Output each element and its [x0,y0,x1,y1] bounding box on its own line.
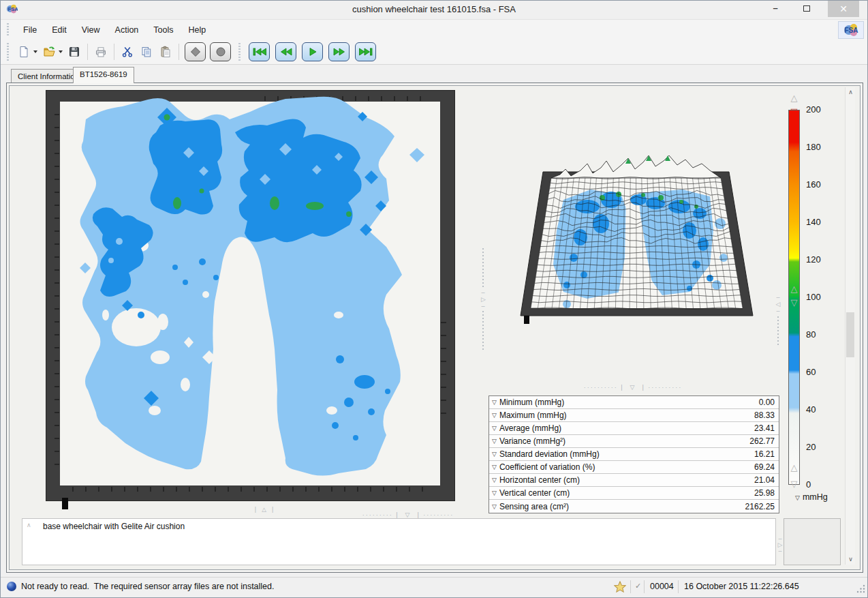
status-timestamp: 16 October 2015 11:22:26.645 [684,582,799,591]
record-button[interactable] [210,42,231,61]
last-frame-button[interactable] [355,42,376,61]
map-bottom-splitter[interactable]: | △ | [224,507,306,513]
legend-tick: 0 [806,479,836,490]
stat-value: 0.00 [759,398,775,407]
content-frame: –▷– [6,83,863,573]
stat-label: Coefficient of variation (%) [499,462,754,472]
open-dropdown-arrow-icon[interactable] [59,50,63,53]
legend-tick: 100 [806,292,836,302]
diamond-icon [190,46,201,57]
table-row[interactable]: ▽Variance (mmHg²)262.77 [489,435,779,448]
maximize-button[interactable] [796,1,817,17]
content-area: –▷– [9,85,861,570]
paste-button[interactable] [157,43,174,61]
table-row[interactable]: ▽Maximum (mmHg)88.33 [489,409,779,422]
paste-icon [159,46,172,58]
skip-to-end-icon [358,47,373,57]
table-row[interactable]: ▽Vertical center (cm)25.98 [489,487,779,500]
play-button[interactable] [302,42,323,61]
legend-tick: 140 [806,217,836,227]
table-row[interactable]: ▽Minimum (mmHg)0.00 [489,396,779,409]
open-button[interactable] [40,43,58,61]
legend-unit[interactable]: ▽mmHg [795,492,828,502]
legend-tick: 80 [806,329,836,340]
stat-value: 23.41 [754,423,775,433]
menu-bar: File Edit View Action Tools Help FSA [1,19,867,40]
legend-tick: 200 [806,104,836,115]
menu-help[interactable]: Help [181,25,214,35]
comments-box[interactable]: ∧ base wheelchair with Gelite Air cushio… [22,518,776,565]
stat-label: Variance (mmHg²) [499,436,749,446]
menu-edit[interactable]: Edit [44,25,74,35]
skip-to-start-icon [252,47,267,57]
new-dropdown-arrow-icon[interactable] [33,50,37,53]
rewind-button[interactable] [275,42,296,61]
menu-tools[interactable]: Tools [146,25,181,35]
dropdown-triangle-icon: ▽ [492,490,497,496]
pressure-map-2d[interactable] [46,90,455,511]
dropdown-triangle-icon: ▽ [492,438,497,445]
stat-label: Standard deviation (mmHg) [499,449,754,459]
check-icon[interactable]: ✓ [635,582,641,590]
toolbar-grip-2[interactable] [238,43,241,61]
comment-text[interactable]: base wheelchair with Gelite Air cushion [43,522,771,531]
scrollbar-thumb[interactable] [846,312,854,357]
scale-low-marker-up-icon[interactable]: △ [788,464,801,472]
stat-value: 2162.25 [745,502,775,511]
print-button[interactable] [92,43,110,61]
pressure-map-3d[interactable] [485,87,778,387]
table-row[interactable]: ▽Sensing area (cm²)2162.25 [489,500,779,513]
statistics-table: ▽Minimum (mmHg)0.00 ▽Maximum (mmHg)88.33… [489,395,779,513]
scroll-down-arrow-icon[interactable]: ∨ [846,554,856,565]
stat-label: Maximum (mmHg) [499,410,754,420]
stat-value: 88.33 [754,410,775,420]
scale-mid-marker-down-icon[interactable]: ▽ [788,299,801,307]
dropdown-triangle-icon: ▽ [492,477,497,483]
menu-view[interactable]: View [74,25,108,35]
table-row[interactable]: ▽Standard deviation (mmHg)16.21 [489,448,779,461]
scroll-up-arrow-icon[interactable]: ∧ [846,87,856,98]
fsa-application-window: FSA cushion wheelchair test 161015.fsa -… [0,0,868,598]
resize-grip[interactable] [856,584,865,595]
open-folder-icon [43,46,56,58]
dropdown-triangle-icon: ▽ [492,412,497,419]
menubar-grip[interactable] [7,23,9,36]
record-frame-button[interactable] [185,42,206,61]
circle-icon [215,46,226,57]
cut-icon [121,46,134,58]
window-title: cushion wheelchair test 161015.fsa - FSA [1,1,867,18]
vertical-scrollbar[interactable]: ∧ ∨ [845,87,855,565]
copy-button[interactable] [138,43,155,61]
horizontal-splitter[interactable]: ·········· | ▽ | ·········· [486,383,779,392]
toolbar [1,40,867,65]
save-button[interactable] [65,43,83,61]
dropdown-triangle-icon: ▽ [492,425,497,432]
tab-bt1526-8619[interactable]: BT1526-8619 [73,67,134,83]
minimize-button[interactable]: – [765,1,786,17]
table-row[interactable]: ▽Coefficient of variation (%)69.24 [489,461,779,474]
first-frame-button[interactable] [249,42,270,61]
menu-file[interactable]: File [16,25,44,35]
menu-action[interactable]: Action [108,25,146,35]
star-icon[interactable] [614,581,626,595]
dropdown-triangle-icon: ▽ [492,464,497,470]
table-row[interactable]: ▽Average (mmHg)23.41 [489,422,779,435]
scroll-up-hint-icon[interactable]: ∧ [27,522,31,528]
scale-mid-marker-up-icon[interactable]: △ [788,285,801,293]
fast-forward-button[interactable] [328,42,350,61]
scale-min-marker-icon[interactable]: ▽ [788,480,801,488]
close-button[interactable]: ✕ [828,1,859,17]
comments-collapse-handle[interactable]: –▷– [777,536,783,554]
scale-max-marker-icon[interactable]: △ [788,94,801,102]
stat-label: Average (mmHg) [499,423,754,433]
legend-tick: 160 [806,179,836,190]
table-row[interactable]: ▽Horizontal center (cm)21.04 [489,474,779,487]
cut-button[interactable] [119,43,136,61]
color-legend: △ ▽ △ ▽ △ ▽ 200 180 160 140 120 100 80 6… [780,91,846,518]
toolbar-grip[interactable] [7,43,9,61]
stat-value: 21.04 [754,475,775,485]
new-button[interactable] [15,43,33,61]
rewind-icon [279,47,293,57]
legend-tick: 180 [806,142,836,152]
stat-label: Minimum (mmHg) [499,398,759,407]
